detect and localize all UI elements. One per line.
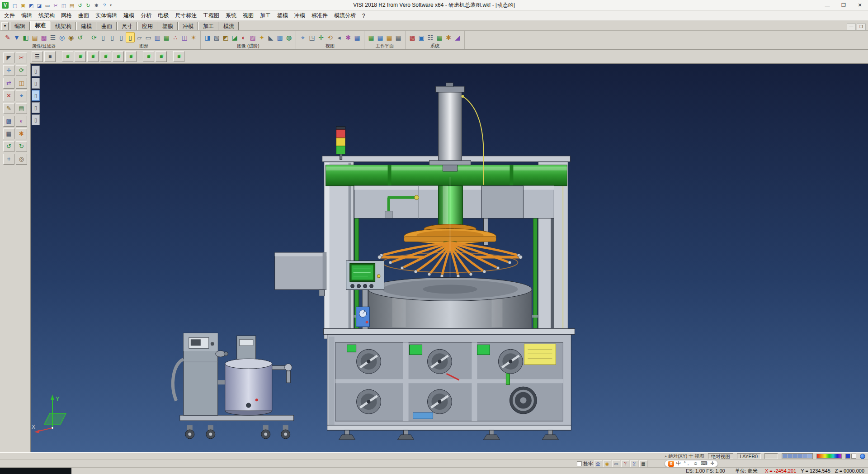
view-rotate-icon[interactable]: ⟲ (326, 32, 335, 43)
save-all-icon[interactable]: ◪ (35, 1, 43, 9)
snap-window-toggle[interactable]: ▭ (612, 460, 620, 467)
snap-grid-icon[interactable]: ⌗ (3, 154, 14, 165)
workplane-view-icon[interactable]: ▦ (376, 32, 385, 43)
sys-monitor-icon[interactable]: ▣ (417, 32, 426, 43)
sweep-icon[interactable]: ◎ (16, 154, 27, 165)
render-transparent-icon[interactable]: ◪ (230, 32, 239, 43)
draw-clean-icon[interactable]: ✶ (189, 32, 198, 43)
layer-cell[interactable] (802, 454, 807, 458)
right-view-icon[interactable]: ■ (100, 51, 111, 62)
layer-cell[interactable] (797, 454, 802, 458)
attr-lock-icon[interactable]: ◉ (66, 32, 75, 43)
pencil-icon[interactable]: ✎ (3, 103, 14, 114)
layers-icon[interactable]: ▤ (16, 103, 27, 114)
print-icon[interactable]: ▭ (43, 1, 52, 9)
view-redraw-icon[interactable]: ✱ (344, 32, 353, 43)
mirror-icon[interactable]: ⇄ (3, 78, 14, 89)
render-background-icon[interactable]: ▥ (275, 32, 284, 43)
3d-viewport[interactable]: Y X ▯▯▯▯▯ (30, 63, 868, 452)
layer-color-cells[interactable] (782, 453, 813, 459)
rotate-icon[interactable]: ⟳ (16, 65, 27, 76)
draw-points-icon[interactable]: ∴ (171, 32, 180, 43)
draw-compare-icon[interactable]: ◫ (180, 32, 189, 43)
translate-icon[interactable]: ✛ (3, 65, 14, 76)
ribbon-tab[interactable]: 曲面 (97, 22, 117, 30)
menu-item[interactable]: 视图 (240, 11, 257, 20)
ribbon-tab[interactable]: 加工 (198, 22, 218, 30)
attr-visibility-icon[interactable]: ◎ (57, 32, 66, 43)
snap-help-toggle[interactable]: ? (621, 460, 629, 467)
undo-icon[interactable]: ↺ (76, 1, 84, 9)
ime-keyboard-icon[interactable]: ⌨ (701, 460, 708, 467)
front-view-icon[interactable]: ■ (75, 51, 86, 62)
menu-item[interactable]: 曲面 (75, 11, 92, 20)
mdi-minimize-button[interactable]: — (847, 24, 856, 30)
render-texture-icon[interactable]: ▨ (248, 32, 257, 43)
ime-punctuation[interactable]: °， (684, 460, 691, 467)
draw-sheet-icon[interactable]: ▥ (153, 32, 162, 43)
attr-linetype-icon[interactable]: ☰ (48, 32, 57, 43)
attr-layers-icon[interactable]: ▤ (30, 32, 39, 43)
paste-icon[interactable]: ▤ (68, 1, 76, 9)
sys-perspective-icon[interactable]: ◢ (453, 32, 462, 43)
close-button[interactable]: ✕ (852, 0, 868, 10)
sys-grid-icon[interactable]: ▦ (435, 32, 444, 43)
help-icon[interactable]: ? (100, 1, 108, 9)
layer-cell[interactable] (788, 454, 792, 458)
menu-item[interactable]: 系统 (222, 11, 240, 20)
tab-dropdown-button[interactable]: ▾ (1, 22, 9, 30)
ime-mode-chinese[interactable]: 中 (676, 460, 681, 467)
view-zoom-window-icon[interactable]: ◳ (307, 32, 316, 43)
back-view-icon[interactable]: ■ (125, 51, 137, 62)
mdi-restore-button[interactable]: ❐ (857, 24, 866, 30)
snap-search-toggle[interactable]: ◉ (603, 460, 611, 467)
dynamic-view-icon[interactable]: ■ (173, 51, 184, 62)
render-quality-icon[interactable]: ◍ (284, 32, 293, 43)
render-light-icon[interactable]: ✦ (257, 32, 266, 43)
maximize-button[interactable]: ❐ (835, 0, 852, 10)
sys-database-icon[interactable]: ☷ (426, 32, 435, 43)
doc-view-4[interactable]: ▯ (32, 102, 40, 113)
render-section-icon[interactable]: ◐ (239, 32, 248, 43)
redo-icon[interactable]: ↻ (84, 1, 92, 9)
view-previous-icon[interactable]: ◂ (335, 32, 344, 43)
shaded-mode-icon[interactable]: ■ (44, 51, 56, 62)
menu-item[interactable]: 加工 (257, 11, 274, 20)
menu-item[interactable]: 冲模 (291, 11, 308, 20)
select-icon[interactable]: ◤ (3, 52, 14, 63)
ribbon-tab[interactable]: 尺寸 (117, 22, 137, 30)
workplane-entity-icon[interactable]: ▦ (385, 32, 394, 43)
draw-cylinder2-icon[interactable]: ▯ (108, 32, 117, 43)
menu-item[interactable]: 网格 (58, 11, 75, 20)
offset-icon[interactable]: ◫ (16, 78, 27, 89)
open-file-icon[interactable]: ▣ (19, 1, 27, 9)
group-icon[interactable]: ▦ (3, 128, 14, 139)
draw-cylinder3-icon[interactable]: ▯ (117, 32, 126, 43)
snap-grid-toggle[interactable]: ▦ (639, 460, 647, 467)
layer-cell[interactable] (783, 454, 787, 458)
ribbon-tab[interactable]: 建模 (76, 22, 96, 30)
view-mode-button[interactable]: 绝对视图 (708, 453, 733, 459)
layer-cell[interactable] (793, 454, 797, 458)
ribbon-tab[interactable]: 标准 (30, 21, 50, 30)
minimize-button[interactable]: — (819, 0, 835, 10)
menu-item[interactable]: 编辑 (18, 11, 35, 20)
delete-icon[interactable]: ✕ (3, 90, 14, 101)
draw-box-icon[interactable]: ▭ (144, 32, 153, 43)
ribbon-tab[interactable]: 线架构 (51, 22, 76, 30)
attr-filter-icon[interactable]: ▼ (12, 32, 21, 43)
attr-reset-icon[interactable]: ↺ (75, 32, 85, 43)
menu-item[interactable]: 线架构 (35, 11, 58, 20)
save-icon[interactable]: ◩ (27, 1, 35, 9)
top-view-icon[interactable]: ■ (87, 51, 99, 62)
ime-emoji-icon[interactable]: ☺ (693, 460, 698, 467)
menu-item[interactable]: ? (359, 11, 368, 20)
layer-cell[interactable] (807, 454, 812, 458)
globe-icon[interactable] (860, 454, 865, 459)
menu-item[interactable]: 模流分析 (331, 11, 359, 20)
doc-view-1[interactable]: ▯ (32, 66, 40, 76)
options-icon[interactable]: ✱ (92, 1, 100, 9)
trim-scissors-icon[interactable]: ✂ (16, 52, 27, 63)
undo-icon[interactable]: ↺ (3, 141, 14, 152)
doc-view-3[interactable]: ▯ (32, 90, 40, 101)
